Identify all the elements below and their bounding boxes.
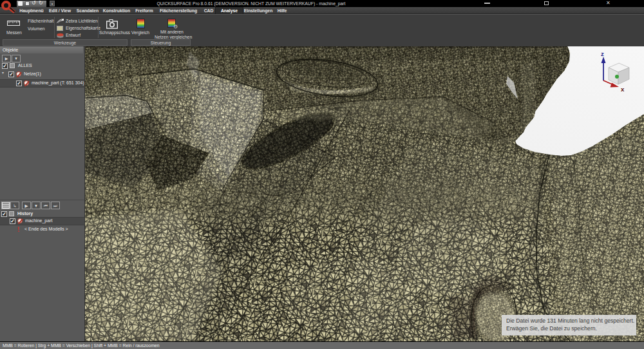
svg-text:z: z bbox=[601, 50, 604, 57]
svg-text:Erwägen Sie, die Datei zu spei: Erwägen Sie, die Datei zu speichern. bbox=[506, 325, 597, 332]
svg-text:Die Datei wurde 131 Minuten la: Die Datei wurde 131 Minuten lang nicht g… bbox=[506, 317, 634, 324]
svg-text:x: x bbox=[621, 86, 625, 93]
